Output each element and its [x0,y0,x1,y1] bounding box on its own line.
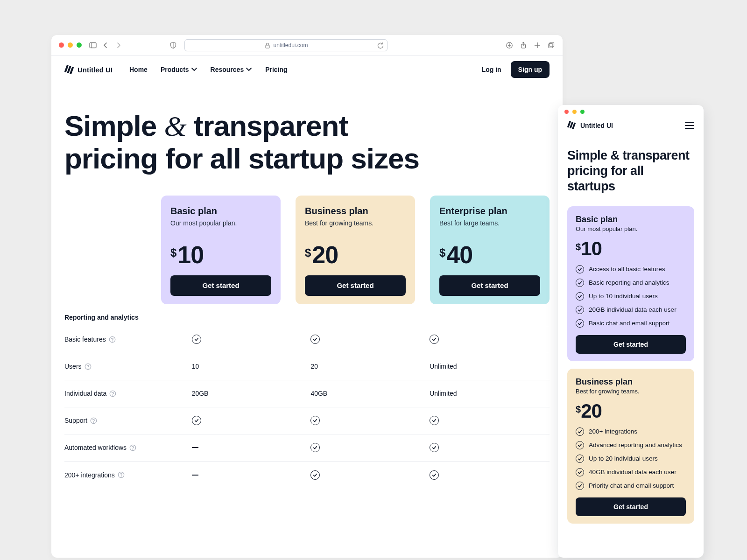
page-title: Simple & transparent pricing for all sta… [64,110,550,175]
mobile-plan-card-business: Business plan Best for growing teams. $ … [567,369,694,524]
feature-text: Basic reporting and analytics [589,279,669,286]
privacy-shield-icon[interactable] [169,42,177,49]
downloads-icon[interactable] [506,42,513,49]
check-icon [192,335,201,344]
row-label: Automated workflows [64,444,127,451]
check-icon [430,443,439,452]
chevron-down-icon [246,66,252,73]
back-icon[interactable] [101,41,110,49]
plan-price: $ 10 [576,239,686,259]
logo-mark-icon [64,65,74,74]
feature-item: 200+ integrations [576,427,686,436]
plan-card-business: Business plan Best for growing teams. $ … [296,196,415,304]
hero: Simple & transparent pricing for all sta… [51,84,563,196]
brand-logo[interactable]: Untitled UI [64,65,113,74]
table-row: Basic features [64,326,550,353]
check-icon [576,441,584,449]
check-icon [576,306,584,314]
row-label: Support [64,417,87,424]
refresh-icon[interactable] [377,42,383,49]
help-icon[interactable] [109,336,116,343]
cell-value: 20 [310,363,318,370]
logo-mark-icon [567,121,577,130]
traffic-close[interactable] [59,42,64,48]
check-icon [192,416,201,425]
plan-tagline: Best for growing teams. [305,219,406,227]
plan-card-enterprise: Enterprise plan Best for large teams. $ … [430,196,550,304]
share-icon[interactable] [520,42,527,49]
plan-name: Basic plan [170,206,271,217]
feature-text: Basic chat and email support [589,320,669,327]
nav-resources[interactable]: Resources [211,66,253,73]
new-tab-icon[interactable] [534,42,541,49]
get-started-button[interactable]: Get started [170,275,271,296]
mobile-chrome-bar [558,105,704,118]
check-icon [576,265,584,273]
feature-text: Advanced reporting and analytics [589,441,682,448]
url-bar[interactable]: untitledui.com [184,39,388,51]
check-icon [310,443,320,452]
get-started-button[interactable]: Get started [439,275,540,296]
signup-button[interactable]: Sign up [511,61,550,78]
feature-text: Up to 20 individual users [589,455,658,462]
check-icon [576,455,584,463]
feature-text: Priority chat and email support [589,482,674,489]
get-started-button[interactable]: Get started [305,275,406,296]
traffic-close[interactable] [564,110,569,114]
plan-tagline: Best for large teams. [439,219,540,227]
traffic-zoom[interactable] [77,42,82,48]
traffic-lights [564,110,585,114]
row-label: Individual data [64,390,106,397]
help-icon[interactable] [90,417,97,424]
traffic-minimize[interactable] [572,110,577,114]
feature-text: Access to all basic features [589,266,665,273]
feature-item: Up to 20 individual users [576,455,686,463]
brand-name: Untitled UI [78,66,113,74]
plan-card-basic: Basic plan Our most popular plan. $ 10 G… [161,196,281,304]
cell-value: 20GB [192,390,209,397]
traffic-zoom[interactable] [580,110,585,114]
nav-products[interactable]: Products [161,66,197,73]
plan-price: $ 40 [439,243,540,267]
plan-tagline: Our most popular plan. [576,225,686,232]
check-icon [430,416,439,425]
table-row: Automated workflows [64,434,550,461]
get-started-button[interactable]: Get started [576,497,686,516]
brand-logo[interactable]: Untitled UI [567,121,613,130]
feature-item: Up to 10 individual users [576,292,686,301]
plan-price: $ 20 [576,401,686,421]
check-icon [310,470,320,480]
plan-cards-row: Basic plan Our most popular plan. $ 10 G… [51,196,563,304]
dash-icon [192,475,198,476]
row-label: Users [64,363,82,370]
row-label: 200+ integrations [64,471,115,479]
feature-item: Advanced reporting and analytics [576,441,686,449]
help-icon[interactable] [118,471,125,478]
help-icon[interactable] [109,390,116,397]
mobile-hero: Simple & transparent pricing for all sta… [558,130,704,206]
traffic-minimize[interactable] [68,42,73,48]
nav-home[interactable]: Home [129,66,148,73]
help-icon[interactable] [129,444,136,451]
login-link[interactable]: Log in [482,66,501,73]
feature-list: Access to all basic featuresBasic report… [576,265,686,328]
check-icon [576,319,584,328]
traffic-lights [59,42,82,48]
help-icon[interactable] [85,363,92,370]
desktop-browser-window: untitledui.com Untitled UI Home Products… [51,35,563,558]
feature-item: Basic reporting and analytics [576,279,686,287]
get-started-button[interactable]: Get started [576,335,686,354]
sidebar-toggle-icon[interactable] [89,42,97,49]
cell-value: 40GB [310,390,327,397]
check-icon [310,335,320,344]
tabs-overview-icon[interactable] [548,42,555,49]
comparison-section: Reporting and analytics Basic featuresUs… [51,304,563,489]
table-row: Support [64,407,550,434]
menu-icon[interactable] [685,122,694,129]
nav-pricing[interactable]: Pricing [265,66,287,73]
check-icon [430,335,439,344]
row-label: Basic features [64,336,106,343]
table-row: Users1020Unlimited [64,353,550,380]
forward-icon[interactable] [114,41,123,49]
table-row: Individual data20GB40GBUnlimited [64,380,550,407]
